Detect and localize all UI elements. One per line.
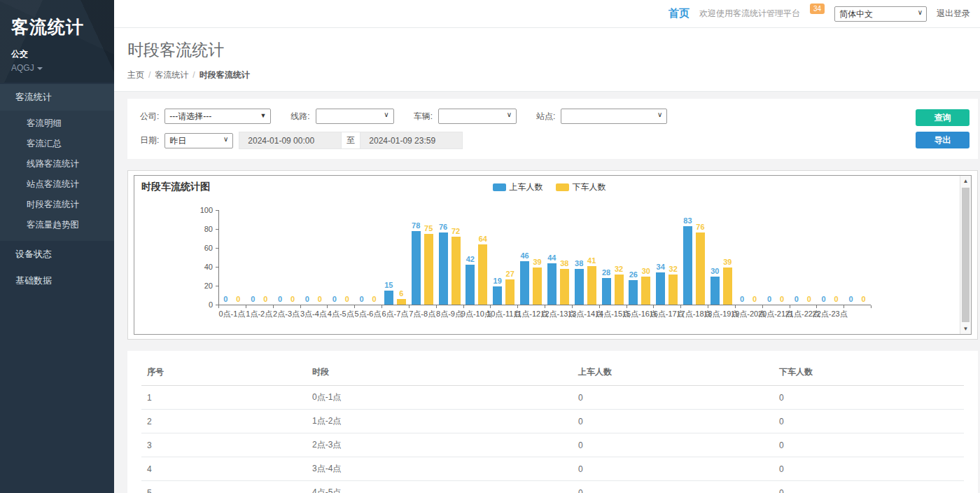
header-alighting: 下车人数 (774, 359, 964, 386)
bar[interactable]: 41 (587, 266, 596, 305)
bar[interactable]: 76 (439, 232, 448, 305)
x-tick-mark (490, 305, 491, 308)
bar[interactable]: 78 (412, 231, 421, 305)
content: 公司: ---请选择--- 线路: 车辆: 站点: 日期: (114, 92, 980, 493)
bar[interactable]: 46 (520, 261, 529, 305)
chevron-down-icon (37, 67, 43, 70)
home-link[interactable]: 首页 (668, 7, 690, 20)
bar-group: 76728点-9点 (436, 210, 463, 305)
bar[interactable]: 75 (424, 234, 433, 305)
legend-item[interactable]: 下车人数 (556, 181, 606, 193)
station-select[interactable] (561, 109, 667, 124)
bar-value-label: 46 (520, 251, 528, 260)
x-tick-mark (572, 305, 573, 308)
x-tick-mark (735, 305, 736, 308)
bar-value-label: 76 (696, 223, 704, 231)
date-preset-select[interactable]: 昨日 (164, 133, 233, 148)
x-tick-mark (816, 305, 817, 308)
bar[interactable]: 83 (683, 226, 692, 305)
table-row: 10点-1点00 (141, 386, 964, 410)
sidebar-item-4[interactable]: 站点客流统计 (0, 174, 114, 195)
chart-vertical-scrollbar[interactable]: ▲ ▼ (960, 176, 971, 334)
language-select[interactable]: 简体中文 (834, 6, 927, 22)
bar-value-label: 0 (740, 295, 744, 303)
sidebar-item-2[interactable]: 客流汇总 (0, 134, 114, 154)
scrollbar-thumb[interactable] (962, 188, 969, 322)
bar[interactable]: 32 (668, 275, 678, 305)
line-select[interactable] (316, 109, 394, 124)
bar[interactable]: 72 (451, 237, 461, 305)
date-to-label: 至 (342, 132, 360, 149)
company-select-wrap: ---请选择--- (164, 109, 271, 124)
bar[interactable]: 76 (696, 232, 705, 305)
bar[interactable]: 26 (629, 280, 638, 305)
y-tick-mark (216, 210, 218, 211)
bar-group: 003点-4点 (300, 210, 327, 305)
bar[interactable]: 19 (493, 286, 502, 305)
bar-value-label: 0 (794, 295, 799, 303)
sidebar-item-0[interactable]: 客流统计 (0, 84, 114, 111)
bar[interactable]: 38 (575, 269, 584, 305)
bar-rect (424, 234, 433, 305)
bar[interactable]: 39 (533, 268, 542, 305)
bar[interactable]: 15 (384, 291, 393, 305)
y-tick-label: 20 (204, 282, 213, 290)
sidebar-item-8[interactable]: 基础数据 (0, 268, 114, 294)
page-title: 时段客流统计 (127, 39, 980, 61)
bar[interactable]: 44 (547, 263, 556, 305)
bar[interactable]: 64 (478, 244, 487, 305)
sidebar-item-5[interactable]: 时段客流统计 (0, 195, 114, 215)
export-button[interactable]: 导出 (916, 132, 969, 148)
bar-rect (493, 286, 502, 305)
bar[interactable]: 34 (656, 272, 665, 305)
x-axis-label: 22点-23点 (813, 309, 848, 319)
company-select[interactable]: ---请选择--- (164, 109, 271, 124)
bar-value-label: 0 (223, 295, 227, 303)
legend-item[interactable]: 上车人数 (493, 181, 543, 193)
bar[interactable]: 6 (397, 299, 406, 305)
bar-group: 002点-3点 (273, 210, 300, 305)
vehicle-label: 车辆: (414, 111, 433, 123)
main-area: 首页 欢迎使用客流统计管理平台 34 简体中文 退出登录 时段客流统计 主页/客… (114, 0, 980, 493)
bar-rect (478, 244, 487, 305)
chart-panel: 时段车流统计图 上车人数下车人数 000点-1点001点-2点002点-3点00… (127, 170, 978, 340)
sidebar-item-6[interactable]: 客流量趋势图 (0, 215, 114, 235)
bar-value-label: 44 (547, 254, 556, 262)
bar[interactable]: 42 (465, 265, 475, 305)
legend-label: 上车人数 (510, 181, 543, 193)
bar-group: 463911点-12点 (517, 210, 545, 305)
date-start-input[interactable] (239, 132, 342, 149)
bar-group: 001点-2点 (246, 210, 273, 305)
bar[interactable]: 38 (560, 269, 569, 305)
bar-value-label: 34 (657, 263, 665, 271)
query-button[interactable]: 查询 (916, 109, 969, 126)
org-name: 公交 (11, 48, 114, 60)
bar-value-label: 26 (629, 270, 638, 279)
sidebar-item-1[interactable]: 客流明细 (0, 113, 114, 134)
bar[interactable]: 32 (615, 275, 624, 305)
table-cell: 0 (573, 433, 774, 457)
vehicle-select[interactable] (438, 109, 517, 124)
breadcrumb-home[interactable]: 主页 (127, 70, 144, 80)
bar-value-label: 64 (479, 235, 487, 243)
table-cell: 0点-1点 (307, 386, 573, 410)
logout-link[interactable]: 退出登录 (937, 8, 970, 20)
bar-group: 263015点-16点 (626, 210, 653, 305)
x-tick-mark (517, 305, 518, 308)
bar[interactable]: 30 (641, 277, 650, 305)
x-tick-mark (626, 305, 627, 308)
org-code-dropdown[interactable]: AQGJ (11, 63, 114, 73)
sidebar-menu: 客流统计客流明细客流汇总线路客流统计站点客流统计时段客流统计客流量趋势图设备状态… (0, 84, 114, 294)
scroll-up-icon[interactable]: ▲ (960, 178, 971, 184)
bar[interactable]: 39 (723, 268, 732, 305)
breadcrumb-section[interactable]: 客流统计 (155, 70, 188, 80)
bar[interactable]: 27 (505, 279, 514, 305)
sidebar-item-7[interactable]: 设备状态 (0, 241, 114, 268)
scroll-down-icon[interactable]: ▼ (960, 326, 971, 332)
bar[interactable]: 28 (602, 278, 611, 305)
bar-value-label: 0 (752, 295, 757, 303)
bar[interactable]: 30 (710, 277, 720, 305)
sidebar-item-3[interactable]: 线路客流统计 (0, 154, 114, 174)
date-end-input[interactable] (360, 132, 463, 149)
line-label: 线路: (290, 111, 309, 123)
